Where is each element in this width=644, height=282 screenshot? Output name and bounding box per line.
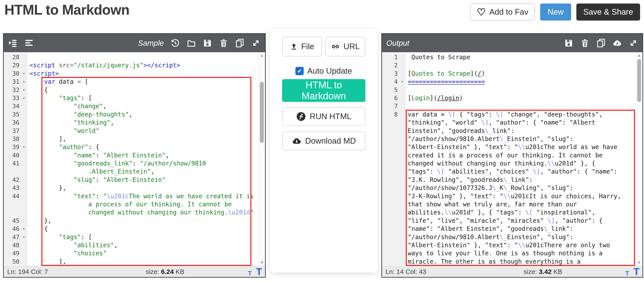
save-icon[interactable]	[564, 38, 574, 48]
file-size: size: 6.24 KB	[82, 268, 248, 275]
download-md-label: Download MD	[305, 136, 356, 146]
code-row: 45 },	[4, 217, 265, 225]
code-row: 48 "abilities",	[4, 241, 265, 249]
markdown-output[interactable]: 1 Quotes to Scrape23[Quotes to Scrape](/…	[382, 52, 642, 266]
scroll-down-icon[interactable]: ▼	[636, 260, 642, 265]
html-editor-toolbar: Sample	[4, 34, 265, 52]
file-upload-button[interactable]: File	[282, 37, 322, 56]
upload-icon	[290, 43, 298, 51]
scrollbar-thumb[interactable]	[637, 59, 641, 102]
code-row: 1 Quotes to Scrape	[382, 53, 642, 61]
url-input-button[interactable]: URL	[326, 37, 366, 56]
code-row: created it is a process of our thinking.…	[382, 151, 642, 159]
add-to-fav-label: Add to Fav	[489, 8, 528, 17]
code-row: 8var data = \[ { "tags": \[ "change", "d…	[382, 110, 642, 118]
convert-button[interactable]: HTML to Markdown	[282, 79, 366, 102]
open-file-icon[interactable]	[186, 38, 196, 48]
code-row: 33▾ "tags": [	[4, 94, 265, 102]
code-row: 28	[4, 53, 265, 61]
code-row: 47▾ "tags": [	[4, 233, 265, 241]
code-row: that show what we truly are, far more th…	[382, 200, 642, 208]
copy-icon[interactable]	[235, 38, 244, 48]
file-size: size: 3.42 KB	[460, 268, 625, 275]
code-row: .Albert_Einstein",	[4, 168, 265, 176]
clear-icon[interactable]	[219, 38, 228, 48]
converter-card: File URL ✔ Auto Update HTML to Markdown …	[270, 29, 378, 272]
code-row: "/author/show/9810.Albert\_Einstein", "s…	[382, 135, 642, 143]
code-row: "life", "live", "miracle", "miracles" \]…	[382, 217, 642, 225]
code-row: 5	[382, 86, 642, 94]
add-to-fav-button[interactable]: ♡ Add to Fav	[470, 4, 535, 21]
html-editor-scrollbar[interactable]: ▲ ▼	[258, 53, 265, 265]
auto-update-checkbox[interactable]: ✔	[296, 67, 304, 75]
code-row: 37 "world"	[4, 127, 265, 135]
code-row: 36 "thinking",	[4, 118, 265, 126]
code-row: miracle. The other is as though everythi…	[382, 257, 642, 266]
auto-format-icon[interactable]	[8, 38, 18, 48]
code-row: 41 "goodreads_link": "/author/show/9810	[4, 159, 265, 168]
code-row: 38 ],	[4, 135, 265, 143]
fullscreen-icon[interactable]	[628, 38, 638, 48]
url-input-label: URL	[344, 42, 360, 51]
code-row: "tags": \[ "abilities", "choices" \], "a…	[382, 168, 642, 176]
scroll-up-icon[interactable]: ▲	[636, 53, 642, 58]
code-row: "J-K-Rowling" }, "text": "\\u201cIt is o…	[382, 192, 642, 200]
code-row: ways to live your life. One is as though…	[382, 249, 642, 257]
output-label: Output	[386, 39, 409, 47]
scrollbar-thumb[interactable]	[260, 82, 264, 143]
code-row: Einstein", "goodreads\_link":	[382, 127, 642, 135]
clear-icon[interactable]	[580, 38, 590, 48]
html-editor[interactable]: 2829<script src="/static/jquery.js"></sc…	[4, 52, 265, 266]
font-decrease-button[interactable]: T	[625, 270, 629, 276]
output-statusbar: Ln: 14 Col: 43 size: 3.42 KB T T	[382, 266, 642, 277]
code-row: 39▾ "author": {	[4, 143, 265, 151]
code-row: abilities.\\u201d" }, { "tags": \[ "insp…	[382, 208, 642, 216]
output-toolbar: Output	[382, 34, 642, 52]
run-html-button[interactable]: RUN HTML	[282, 107, 366, 126]
code-row: 4▾=====================	[382, 78, 642, 86]
cloud-download-icon	[292, 136, 302, 146]
cursor-position: Ln: 14 Col: 43	[382, 268, 460, 275]
copy-icon[interactable]	[596, 38, 606, 48]
scroll-up-icon[interactable]: ▲	[259, 53, 265, 58]
run-html-label: RUN HTML	[310, 112, 351, 121]
new-button[interactable]: New	[540, 4, 571, 21]
code-row: 2	[382, 61, 642, 69]
page-title: HTML to Markdown	[4, 2, 129, 18]
heart-icon: ♡	[477, 7, 486, 17]
code-row: "name": "Albert Einstein", "goodreads\_l…	[382, 225, 642, 233]
code-row: 29<script src="/static/jquery.js"></scri…	[4, 61, 265, 69]
history-icon[interactable]	[170, 38, 180, 48]
code-row: 50 ],	[4, 257, 265, 266]
code-row: "/author/show/1077326.J\_K\_Rowling", "s…	[382, 184, 642, 192]
header-actions: ♡ Add to Fav New Save & Share	[470, 4, 640, 21]
run-icon	[296, 111, 306, 121]
code-row: 7	[382, 102, 642, 110]
save-icon[interactable]	[203, 38, 212, 48]
code-row: "thinking", "world" \], "author": { "nam…	[382, 118, 642, 126]
code-row: 34 "change",	[4, 102, 265, 110]
code-row: 6[Login](/login)	[382, 94, 642, 102]
html-editor-panel: Sample	[3, 33, 266, 278]
font-decrease-button[interactable]: T	[248, 270, 252, 276]
font-increase-button[interactable]: T	[256, 267, 262, 276]
cursor-position: Ln: 194 Col: 7	[4, 268, 82, 275]
code-row: 49 "choices"	[4, 249, 265, 257]
code-row: 44 "text": "\u201cThe world as we have c…	[4, 192, 265, 200]
scroll-down-icon[interactable]: ▼	[259, 260, 265, 265]
output-panel: Output 1 Quotes to Scrape23[Quot	[381, 33, 643, 278]
code-row: 32▾ {	[4, 86, 265, 94]
code-row: "/author/show/9810.Albert\_Einstein", "s…	[382, 233, 642, 241]
fullscreen-icon[interactable]	[251, 38, 261, 48]
code-row: 31▾ var data = [	[4, 78, 265, 86]
html-editor-statusbar: Ln: 194 Col: 7 size: 6.24 KB T T	[4, 266, 265, 277]
code-row: 40 "name": "Albert Einstein",	[4, 151, 265, 159]
code-row: 43 },	[4, 184, 265, 192]
code-row: "J.K. Rowling", "goodreads\_link":	[382, 176, 642, 184]
save-share-button[interactable]: Save & Share	[576, 4, 640, 21]
word-wrap-icon[interactable]	[24, 38, 34, 48]
font-increase-button[interactable]: T	[634, 267, 640, 276]
download-md-button[interactable]: Download MD	[282, 131, 366, 151]
cloud-download-icon[interactable]	[612, 38, 622, 48]
output-scrollbar[interactable]: ▲ ▼	[636, 53, 642, 265]
